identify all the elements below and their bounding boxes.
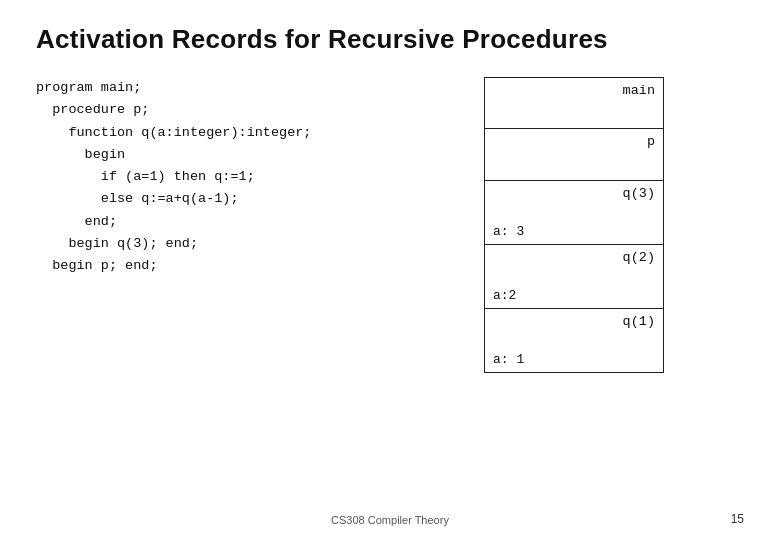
page-title: Activation Records for Recursive Procedu… [36,24,744,55]
code-block: program main; procedure p; function q(a:… [36,77,346,277]
stack-row-main: main [484,77,744,129]
stack-row-p: p [484,129,744,181]
record-label-q1: q(1) [623,314,655,329]
record-label-main: main [623,83,655,98]
stack-row-q1: q(1) a: 1 [484,309,744,373]
stack-box-main: main [484,77,664,129]
footer-course: CS308 Compiler Theory [0,514,780,526]
var-label-q1: a: 1 [493,352,524,367]
stack-wrapper: main p q(3) a: 3 [484,77,744,373]
side-label-main [664,77,714,129]
stack-row-q3: q(3) a: 3 [484,181,744,245]
side-label-p [664,129,714,181]
page: Activation Records for Recursive Procedu… [0,0,780,540]
stack-diagram: main p q(3) a: 3 [376,77,744,373]
side-label-q1 [664,309,714,373]
stack-box-q2: q(2) a:2 [484,245,664,309]
stack-box-p: p [484,129,664,181]
record-label-q2: q(2) [623,250,655,265]
var-label-q3: a: 3 [493,224,524,239]
stack-row-q2: q(2) a:2 [484,245,744,309]
stack-box-q3: q(3) a: 3 [484,181,664,245]
record-label-p: p [647,134,655,149]
content-area: program main; procedure p; function q(a:… [36,77,744,373]
page-number: 15 [731,512,744,526]
record-label-q3: q(3) [623,186,655,201]
side-label-q3 [664,181,714,245]
stack-box-q1: q(1) a: 1 [484,309,664,373]
var-label-q2: a:2 [493,288,516,303]
side-label-q2 [664,245,714,309]
